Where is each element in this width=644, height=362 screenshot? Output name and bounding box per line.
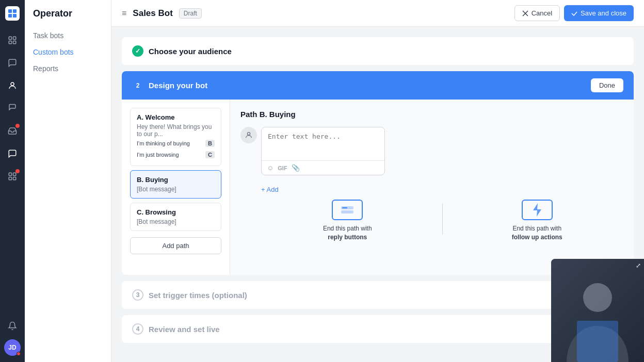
- nav-reports[interactable]: Reports: [25, 60, 111, 77]
- active-path-title: Path B. Buying: [240, 110, 623, 119]
- path-a-card[interactable]: A. Welcome Hey there! What brings you to…: [130, 108, 221, 166]
- path-c-desc: [Bot message]: [137, 218, 215, 225]
- chat2-icon[interactable]: [3, 144, 22, 163]
- message-input[interactable]: [262, 127, 384, 158]
- video-placeholder: ⤢: [551, 259, 644, 362]
- svg-rect-9: [9, 173, 11, 175]
- path-a-option-2: I'm just browsing C: [137, 149, 215, 160]
- add-content-button[interactable]: + Add: [261, 184, 623, 195]
- step-2-card: 2 Design your bot Done A. Welcome Hey th…: [122, 71, 634, 275]
- inbox-icon[interactable]: [3, 122, 22, 140]
- reply-buttons-option[interactable]: End this path with reply buttons: [261, 200, 434, 242]
- path-list: A. Welcome Hey there! What brings you to…: [122, 100, 230, 275]
- gif-icon[interactable]: GIF: [278, 165, 287, 171]
- path-b-card[interactable]: B. Buying [Bot message]: [130, 170, 221, 199]
- design-body: A. Welcome Hey there! What brings you to…: [122, 100, 634, 275]
- path-b-name: B. Buying: [137, 176, 215, 184]
- step-4-number: 4: [132, 323, 143, 335]
- step-2-header: 2 Design your bot Done: [122, 71, 634, 100]
- step-1-header: ✓ Choose your audience: [122, 37, 634, 65]
- svg-point-17: [583, 283, 612, 312]
- step-3-title: Set trigger times (optional): [149, 291, 247, 300]
- topbar-actions: Cancel Save and close: [514, 5, 634, 21]
- reply-buttons-icon: [332, 200, 363, 220]
- svg-rect-11: [9, 177, 11, 180]
- path-c-card[interactable]: C. Browsing [Bot message]: [130, 203, 221, 231]
- svg-rect-15: [341, 210, 353, 213]
- attachment-icon[interactable]: 📎: [292, 164, 300, 172]
- checkmark-icon: [571, 10, 577, 17]
- svg-rect-18: [577, 321, 618, 362]
- step-3-number: 3: [132, 289, 143, 301]
- path-a-name: A. Welcome: [137, 113, 215, 121]
- follow-up-icon: [522, 200, 553, 220]
- expand-video-button[interactable]: ⤢: [636, 262, 641, 269]
- svg-point-8: [11, 83, 14, 86]
- message-box: ☺ GIF 📎: [261, 127, 385, 175]
- notification-icon[interactable]: [3, 317, 22, 335]
- svg-rect-10: [13, 173, 16, 175]
- svg-rect-7: [13, 41, 16, 44]
- bot-icon[interactable]: [3, 76, 22, 95]
- message-toolbar: ☺ GIF 📎: [262, 160, 384, 175]
- options-divider: [442, 204, 443, 235]
- video-overlay: ⤢: [551, 259, 644, 362]
- app-logo[interactable]: [5, 6, 20, 21]
- svg-rect-2: [8, 14, 12, 18]
- home-icon[interactable]: [3, 31, 22, 50]
- svg-rect-5: [13, 37, 16, 39]
- svg-rect-12: [13, 177, 16, 180]
- apps-icon[interactable]: [3, 167, 22, 186]
- save-and-close-button[interactable]: Save and close: [564, 5, 634, 21]
- nav-custom-bots[interactable]: Custom bots: [25, 44, 111, 60]
- x-icon: [522, 10, 528, 17]
- end-path-options: End this path with reply buttons: [261, 200, 623, 242]
- emoji-icon[interactable]: ☺: [267, 164, 273, 172]
- svg-rect-0: [8, 9, 12, 13]
- path-a-desc: Hey there! What brings you to our p...: [137, 123, 215, 138]
- path-editor: Path B. Buying ☺ GIF 📎: [230, 100, 634, 275]
- menu-icon[interactable]: ≡: [122, 9, 126, 18]
- path-c-name: C. Browsing: [137, 208, 215, 216]
- svg-rect-6: [9, 41, 11, 44]
- nav-sidebar: Operator Task bots Custom bots Reports: [25, 0, 111, 362]
- draft-badge: Draft: [179, 8, 202, 19]
- svg-rect-4: [9, 37, 11, 39]
- bot-avatar-icon: [240, 127, 257, 143]
- follow-up-label: End this path with follow up actions: [512, 224, 562, 242]
- topbar: ≡ Sales Bot Draft Cancel Save and close: [111, 0, 644, 27]
- cancel-button[interactable]: Cancel: [514, 5, 560, 21]
- reply-buttons-label: End this path with reply buttons: [323, 224, 372, 242]
- path-b-desc: [Bot message]: [137, 186, 215, 193]
- follow-up-option[interactable]: End this path with follow up actions: [451, 200, 624, 242]
- message-icon[interactable]: [3, 99, 22, 118]
- path-a-option-1: I'm thinking of buying B: [137, 138, 215, 149]
- svg-rect-16: [342, 207, 347, 208]
- bot-name: Sales Bot: [133, 8, 172, 19]
- chat-icon[interactable]: [3, 54, 22, 72]
- step-2-number: 2: [132, 80, 143, 91]
- step-1-card: ✓ Choose your audience: [122, 37, 634, 65]
- person-silhouette: [561, 274, 634, 362]
- svg-point-13: [247, 133, 250, 135]
- step-4-title: Review and set live: [149, 325, 220, 334]
- step-1-title: Choose your audience: [149, 47, 232, 56]
- add-path-button[interactable]: Add path: [130, 237, 221, 254]
- done-button[interactable]: Done: [591, 78, 623, 92]
- step-2-title: Design your bot: [149, 81, 207, 90]
- nav-task-bots[interactable]: Task bots: [25, 27, 111, 44]
- step-1-number: ✓: [132, 45, 143, 57]
- svg-rect-3: [13, 14, 17, 18]
- icon-sidebar: JD: [0, 0, 25, 362]
- app-title: Operator: [25, 8, 111, 27]
- user-avatar[interactable]: JD: [4, 339, 21, 356]
- chat-area: ☺ GIF 📎: [240, 127, 623, 175]
- svg-rect-1: [13, 9, 17, 13]
